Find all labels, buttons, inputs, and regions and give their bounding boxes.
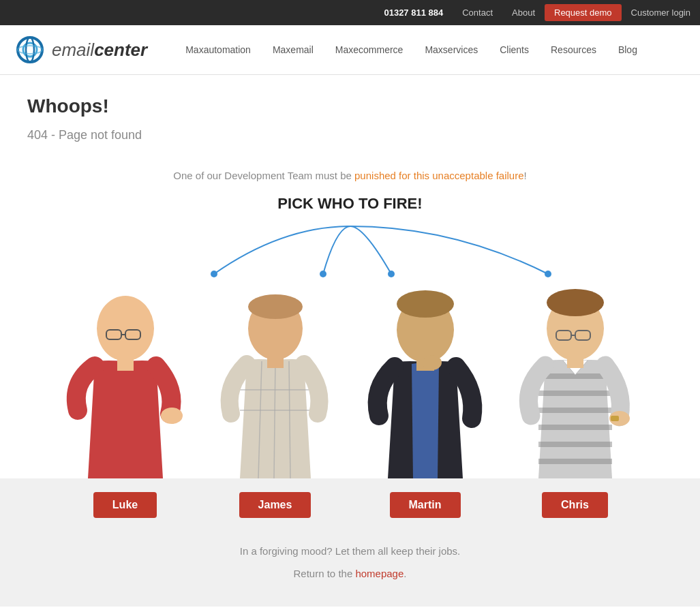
svg-point-25 xyxy=(423,355,442,370)
buttons-row: Luke James Martin Chris xyxy=(0,478,700,532)
luke-btn-col: Luke xyxy=(50,492,200,518)
fire-chris-button[interactable]: Chris xyxy=(542,492,608,518)
svg-point-8 xyxy=(97,296,154,361)
punishment-end: ! xyxy=(524,170,527,181)
punishment-section: One of our Development Team must be puni… xyxy=(0,170,700,281)
person-luke xyxy=(50,288,200,478)
phone-number: 01327 811 884 xyxy=(374,5,453,20)
people-images xyxy=(0,281,700,478)
svg-point-4 xyxy=(211,271,217,277)
fire-luke-button[interactable]: Luke xyxy=(93,492,157,518)
forgiving-section: In a forgiving mood? Let them all keep t… xyxy=(0,532,700,607)
svg-point-2 xyxy=(26,37,34,62)
luke-figure xyxy=(57,288,194,478)
logo[interactable]: emailcenter xyxy=(14,33,147,66)
nav-clients[interactable]: Clients xyxy=(489,42,540,58)
svg-point-6 xyxy=(388,271,395,277)
return-period: . xyxy=(404,568,406,579)
not-found-text: 404 - Page not found xyxy=(27,128,673,142)
person-martin xyxy=(350,288,500,478)
about-link[interactable]: About xyxy=(502,5,545,20)
nav-resources[interactable]: Resources xyxy=(540,42,607,58)
nav-maxservices[interactable]: Maxservices xyxy=(414,42,489,58)
james-btn-col: James xyxy=(200,492,350,518)
forgiving-text: In a forgiving mood? Let them all keep t… xyxy=(0,545,700,557)
svg-point-27 xyxy=(547,289,604,316)
svg-point-23 xyxy=(397,290,454,318)
nav-maxecommerce[interactable]: Maxecommerce xyxy=(324,42,414,58)
svg-point-5 xyxy=(320,271,326,277)
return-prefix: Return to the xyxy=(294,568,356,579)
martin-figure xyxy=(357,288,493,478)
svg-rect-12 xyxy=(117,357,134,371)
arrows-svg xyxy=(57,219,643,281)
logo-icon xyxy=(14,33,46,66)
arrows-container xyxy=(57,219,643,281)
svg-rect-37 xyxy=(567,356,583,368)
svg-rect-21 xyxy=(267,356,284,368)
homepage-link[interactable]: homepage xyxy=(355,568,404,579)
chris-btn-col: Chris xyxy=(500,492,650,518)
main-content: Whoops! 404 - Page not found xyxy=(0,75,700,142)
person-james xyxy=(200,288,350,478)
nav-maxemail[interactable]: Maxemail xyxy=(262,42,324,58)
request-demo-button[interactable]: Request demo xyxy=(545,4,622,21)
whoops-title: Whoops! xyxy=(27,95,673,117)
nav-links: Maxautomation Maxemail Maxecommerce Maxs… xyxy=(174,44,648,56)
punishment-text: One of our Development Team must be puni… xyxy=(14,170,686,181)
james-figure xyxy=(207,288,344,478)
svg-point-0 xyxy=(18,37,42,62)
logo-text: emailcenter xyxy=(52,40,147,61)
chris-figure xyxy=(507,288,643,478)
svg-point-7 xyxy=(545,271,551,277)
fire-martin-button[interactable]: Martin xyxy=(390,492,461,518)
person-chris xyxy=(500,288,650,478)
customer-login-link[interactable]: Customer login xyxy=(622,5,700,20)
fire-james-button[interactable]: James xyxy=(239,492,311,518)
pick-title: PICK WHO TO FIRE! xyxy=(14,195,686,213)
punishment-highlight: punished for this unacceptable failure xyxy=(354,170,524,181)
nav-maxautomation[interactable]: Maxautomation xyxy=(174,42,262,58)
contact-link[interactable]: Contact xyxy=(453,5,502,20)
return-text: Return to the homepage. xyxy=(0,568,700,579)
svg-point-13 xyxy=(161,408,183,424)
main-nav: emailcenter Maxautomation Maxemail Maxec… xyxy=(0,25,700,75)
svg-rect-39 xyxy=(611,416,619,421)
svg-point-15 xyxy=(248,294,303,319)
martin-btn-col: Martin xyxy=(350,492,500,518)
punishment-intro: One of our Development Team must be xyxy=(173,170,354,181)
nav-blog[interactable]: Blog xyxy=(607,42,648,58)
svg-point-3 xyxy=(18,46,42,54)
people-area: Luke James Martin Chris In a forgiving m… xyxy=(0,281,700,607)
top-bar: 01327 811 884 Contact About Request demo… xyxy=(0,0,700,25)
